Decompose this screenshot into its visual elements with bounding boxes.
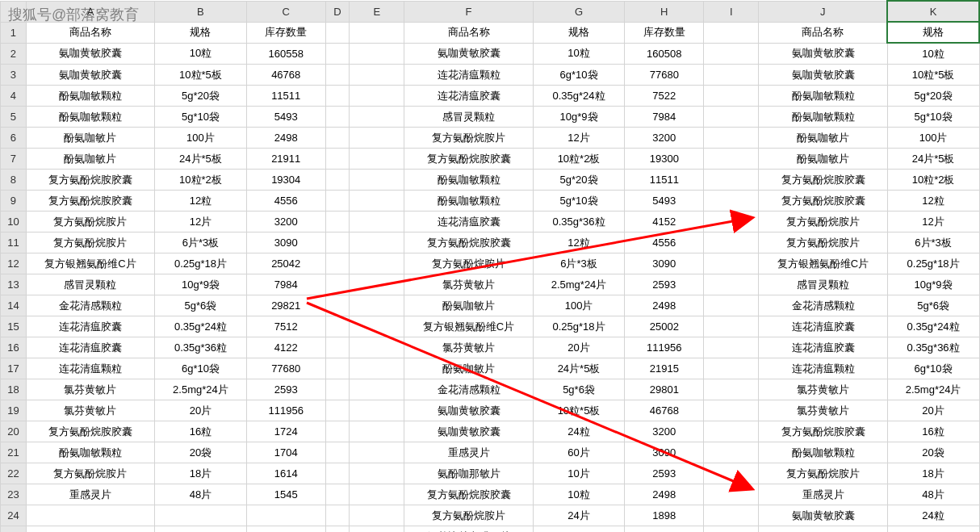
cell[interactable] [704,316,759,337]
cell[interactable]: 24片 [533,505,625,526]
cell[interactable] [704,463,759,484]
cell[interactable]: 7984 [246,274,325,295]
row-header[interactable]: 5 [1,107,27,128]
cell[interactable] [325,128,350,149]
cell[interactable]: 0.35g*24粒 [155,316,247,337]
cell[interactable]: 1898 [625,505,704,526]
row-header[interactable]: 9 [1,191,27,212]
cell[interactable]: 20袋 [155,442,247,463]
cell[interactable]: 连花清瘟颗粒 [404,65,533,86]
cell[interactable]: 4556 [625,232,704,253]
row-header[interactable]: 15 [1,316,27,337]
cell[interactable]: 12片 [533,128,625,149]
cell[interactable]: 酚氨咖敏颗粒 [26,107,154,128]
col-header-D[interactable]: D [325,1,350,22]
cell[interactable]: 111956 [625,337,704,358]
cell[interactable]: 20片 [533,337,625,358]
cell[interactable] [350,43,404,65]
cell[interactable]: 复方氨酚烷胺片 [404,505,533,526]
cell[interactable] [350,442,404,463]
cell[interactable] [325,107,350,128]
cell[interactable]: 复方氨酚烷胺胶囊 [404,149,533,170]
cell[interactable]: 连花清瘟胶囊 [404,86,533,107]
row-header[interactable]: 16 [1,337,27,358]
cell[interactable] [26,526,154,533]
cell[interactable]: 29821 [246,295,325,316]
cell[interactable] [246,505,325,526]
row-header[interactable]: 14 [1,295,27,316]
cell[interactable]: 2498 [625,484,704,505]
row-header[interactable]: 7 [1,149,27,170]
row-header[interactable]: 21 [1,442,27,463]
cell[interactable] [325,65,350,86]
cell[interactable]: 复方氨酚烷胺片 [404,128,533,149]
cell[interactable]: 20袋 [887,442,979,463]
cell[interactable]: 1704 [246,442,325,463]
cell[interactable]: 19304 [246,170,325,191]
cell[interactable]: 5g*10袋 [887,107,979,128]
row-header[interactable]: 20 [1,421,27,442]
cell[interactable] [350,379,404,400]
cell[interactable]: 复方氨酚烷胺片 [759,212,887,232]
cell[interactable]: 4556 [246,191,325,212]
cell[interactable]: 2498 [625,295,704,316]
cell[interactable] [325,22,350,43]
cell[interactable]: 20片 [887,400,979,421]
cell[interactable]: 规格 [533,22,625,43]
cell[interactable]: 重感灵片 [759,484,887,505]
cell[interactable]: 11511 [246,86,325,107]
cell[interactable]: 3090 [625,253,704,274]
cell[interactable]: 连花清瘟胶囊 [759,337,887,358]
col-header-J[interactable]: J [759,1,887,22]
cell[interactable]: 复方氨酚烷胺片 [26,232,154,253]
cell[interactable]: 复方氨酚烷胺胶囊 [26,421,154,442]
cell[interactable]: 酚氨咖敏颗粒 [26,86,154,107]
cell[interactable] [704,337,759,358]
cell[interactable]: 1614 [246,463,325,484]
cell[interactable]: 复方氨酚烷胺胶囊 [404,232,533,253]
cell[interactable] [350,526,404,533]
row-header[interactable]: 24 [1,505,27,526]
cell[interactable] [533,526,625,533]
cell[interactable]: 5493 [625,191,704,212]
cell[interactable] [325,43,350,65]
cell[interactable] [704,232,759,253]
cell[interactable]: 3200 [625,128,704,149]
cell[interactable]: 6g*10袋 [887,358,979,379]
cell[interactable] [350,149,404,170]
cell[interactable]: 0.35g*24粒 [887,316,979,337]
cell[interactable]: 3090 [246,232,325,253]
cell[interactable]: 18片 [887,463,979,484]
cell[interactable]: 0.25g*18片 [887,253,979,274]
cell[interactable] [350,253,404,274]
row-header[interactable]: 2 [1,43,27,65]
cell[interactable]: 复方氨酚烷胺胶囊 [404,484,533,505]
cell[interactable] [350,191,404,212]
cell[interactable]: 氯芬黄敏片 [759,379,887,400]
cell[interactable]: 48片 [887,484,979,505]
cell[interactable]: 酚氨咖敏片 [26,128,154,149]
cell[interactable] [704,22,759,43]
cell[interactable]: 1545 [246,484,325,505]
row-header[interactable]: 12 [1,253,27,274]
cell[interactable]: 酚氨咖敏颗粒 [759,86,887,107]
cell[interactable]: 12片 [887,212,979,232]
cell[interactable] [704,421,759,442]
cell[interactable]: 酚氨咖敏颗粒 [759,442,887,463]
row-header[interactable]: 4 [1,86,27,107]
cell[interactable] [350,86,404,107]
cell[interactable] [704,526,759,533]
cell[interactable]: 复方银翘氨酚维C片 [404,316,533,337]
cell[interactable]: 24粒 [887,505,979,526]
cell[interactable]: 160558 [246,43,325,65]
cell[interactable]: 复方氨酚烷胺片 [26,212,154,232]
cell[interactable]: 连花清瘟胶囊 [759,316,887,337]
row-header[interactable]: 18 [1,379,27,400]
cell[interactable]: 2593 [625,463,704,484]
cell[interactable] [325,442,350,463]
cell[interactable] [325,274,350,295]
cell[interactable]: 4152 [625,212,704,232]
row-header[interactable]: 17 [1,358,27,379]
cell[interactable]: 10粒 [533,484,625,505]
cell[interactable]: 感冒灵颗粒 [404,107,533,128]
